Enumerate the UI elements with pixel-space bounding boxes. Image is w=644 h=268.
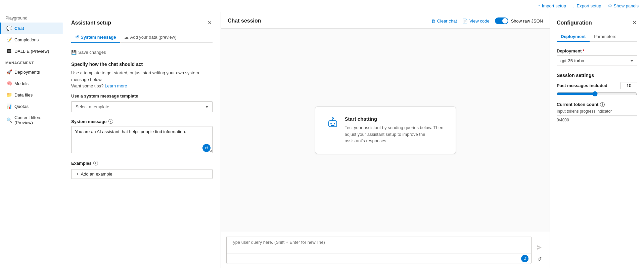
sidebar-item-content-filters[interactable]: 🔍 Content filters (Preview)	[0, 112, 63, 128]
export-icon: ↓	[573, 3, 575, 8]
examples-info-icon: i	[93, 161, 98, 165]
template-select-dropdown[interactable]: Select a template ▾	[71, 101, 213, 112]
chat-session-title: Chat session	[228, 18, 261, 24]
assistant-setup-tabs: ↺ System message ☁ Add your data (previe…	[71, 32, 213, 43]
regenerate-button[interactable]: ↺	[202, 144, 211, 152]
bot-icon	[326, 116, 339, 129]
export-setup-link[interactable]: ↓ Export setup	[573, 3, 601, 8]
input-tokens-progress-label: Input tokens progress indicator	[557, 109, 637, 114]
sidebar-item-quotas[interactable]: 📊 Quotas	[0, 101, 63, 112]
start-chatting-title: Start chatting	[345, 116, 445, 122]
config-tab-deployment[interactable]: Deployment	[557, 32, 590, 42]
refresh-chat-button[interactable]: ↺	[534, 254, 544, 264]
view-code-icon: 📄	[462, 18, 468, 24]
import-setup-link[interactable]: ↑ Import setup	[538, 3, 566, 8]
sidebar-item-dalle-label: DALL·E (Preview)	[14, 49, 49, 54]
sidebar-item-completions[interactable]: 📝 Completions	[0, 34, 63, 45]
section-desc-text: Use a template to get started, or just s…	[71, 70, 199, 82]
save-icon: 💾	[71, 50, 77, 55]
sidebar-item-data-files-label: Data files	[14, 92, 33, 98]
show-panels-label: Show panels	[614, 3, 639, 8]
deployment-field-label: Deployment *	[557, 48, 637, 53]
sidebar-item-dalle[interactable]: 🖼 DALL·E (Preview)	[0, 45, 63, 57]
sidebar-item-completions-label: Completions	[14, 37, 39, 42]
chat-input-wrap: ↺	[226, 236, 532, 264]
save-changes-button[interactable]: 💾 Save changes	[71, 48, 213, 56]
system-message-info-icon: i	[108, 119, 113, 124]
content-area: Assistant setup ✕ ↺ System message ☁ Add…	[63, 12, 644, 268]
svg-rect-0	[329, 121, 337, 127]
data-files-icon: 📁	[6, 92, 12, 98]
system-message-textarea[interactable]	[71, 126, 213, 153]
content-filters-icon: 🔍	[6, 117, 12, 123]
chat-icon: 💬	[6, 26, 12, 31]
deployment-select[interactable]: gpt-35-turbo gpt-4 gpt-4-32k	[557, 55, 637, 66]
past-messages-slider[interactable]	[557, 91, 637, 97]
session-settings-title: Session settings	[557, 73, 637, 78]
config-tab-parameters-label: Parameters	[594, 34, 616, 39]
past-messages-label-container: Past messages included	[557, 82, 637, 89]
chat-regen-button[interactable]: ↺	[521, 255, 528, 262]
start-chatting-content: Start chatting Test your assistant by se…	[345, 116, 445, 144]
sidebar-item-data-files[interactable]: 📁 Data files	[0, 89, 63, 101]
learn-more-link[interactable]: Learn more	[105, 83, 127, 88]
main-layout: Playground 💬 Chat 📝 Completions 🖼 DALL·E…	[0, 12, 644, 268]
current-token-label-text: Current token count	[557, 102, 598, 107]
add-icon: +	[76, 171, 79, 177]
chat-input-footer: ↺	[227, 253, 531, 264]
show-raw-json-label: Show raw JSON	[511, 18, 543, 24]
section-desc-tips: Want some tips?	[71, 83, 103, 88]
show-raw-json-toggle[interactable]	[495, 17, 508, 24]
assistant-setup-panel: Assistant setup ✕ ↺ System message ☁ Add…	[63, 12, 221, 268]
examples-label: Examples i	[71, 161, 213, 166]
chat-session-panel: Chat session 🗑 Clear chat 📄 View code Sh…	[221, 12, 550, 268]
tab-add-your-data[interactable]: ☁ Add your data (preview)	[120, 32, 181, 43]
tab-system-message-label: System message	[81, 35, 116, 40]
assistant-setup-title: Assistant setup	[71, 20, 111, 26]
send-icon	[536, 244, 542, 251]
chat-send-actions: ↺	[534, 242, 544, 264]
clear-chat-button[interactable]: 🗑 Clear chat	[431, 18, 457, 24]
system-message-field-label: System message i	[71, 119, 213, 124]
current-token-info-icon: i	[600, 102, 605, 107]
view-code-button[interactable]: 📄 View code	[462, 18, 490, 24]
config-tab-parameters[interactable]: Parameters	[590, 32, 620, 42]
past-messages-label: Past messages included	[557, 83, 607, 88]
template-select-placeholder: Select a template	[76, 104, 109, 109]
system-message-area: ↺	[71, 126, 213, 154]
assistant-setup-close-button[interactable]: ✕	[207, 19, 213, 27]
sidebar-item-quotas-label: Quotas	[14, 104, 29, 109]
send-message-button[interactable]	[534, 242, 544, 253]
chat-input[interactable]	[227, 236, 531, 253]
config-close-button[interactable]: ✕	[632, 19, 637, 27]
start-chatting-card: Start chatting Test your assistant by se…	[315, 106, 456, 154]
sidebar-item-models-label: Models	[14, 81, 29, 86]
save-changes-label: Save changes	[78, 50, 106, 55]
quotas-icon: 📊	[6, 104, 12, 109]
sidebar-item-models[interactable]: 🧠 Models	[0, 78, 63, 89]
chat-session-header: Chat session 🗑 Clear chat 📄 View code Sh…	[221, 12, 550, 29]
token-count: 0/4000	[557, 118, 637, 122]
import-setup-label: Import setup	[542, 3, 566, 8]
system-message-label-text: System message	[71, 119, 107, 124]
past-messages-value-input[interactable]	[620, 82, 637, 89]
sidebar-item-chat-label: Chat	[14, 26, 24, 31]
required-star: *	[583, 48, 584, 53]
management-section-title: Management	[0, 57, 63, 66]
sidebar-item-chat[interactable]: 💬 Chat	[0, 23, 63, 34]
sidebar-item-deployments[interactable]: 🚀 Deployments	[0, 66, 63, 78]
view-code-label: View code	[469, 18, 490, 24]
add-data-icon: ☁	[124, 35, 129, 40]
section-desc: Use a template to get started, or just s…	[71, 70, 213, 89]
start-chatting-desc: Test your assistant by sending queries b…	[345, 124, 445, 144]
configuration-panel: Configuration ✕ Deployment Parameters De…	[550, 12, 644, 268]
add-example-button[interactable]: + Add an example	[71, 169, 213, 179]
svg-point-1	[330, 123, 332, 124]
chat-input-container: ↺ ↺	[221, 232, 550, 268]
config-tabs: Deployment Parameters	[557, 32, 637, 42]
chat-session-actions: 🗑 Clear chat 📄 View code Show raw JSON	[431, 17, 543, 24]
show-panels-link[interactable]: ⚙ Show panels	[608, 3, 639, 8]
tab-system-message[interactable]: ↺ System message	[71, 32, 120, 43]
section-heading: Specify how the chat should act	[71, 62, 213, 67]
template-section-label: Use a system message template	[71, 93, 213, 99]
